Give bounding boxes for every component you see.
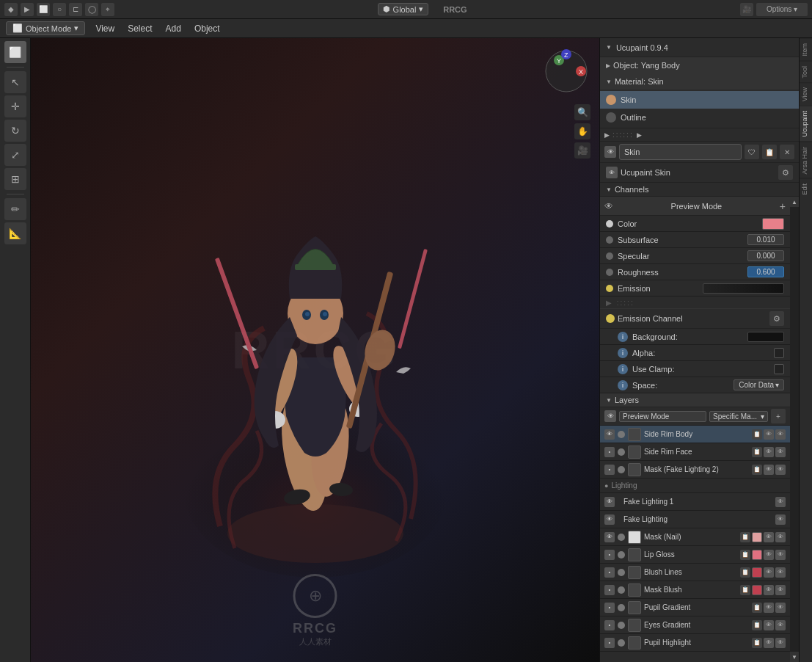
material-row[interactable]: ▼ Material: Skin (600, 73, 799, 90)
eyes-grad-eye-icon[interactable]: 👁 (775, 620, 786, 630)
layer-vis5-icon[interactable]: 👁 (775, 514, 786, 525)
layer-lip-gloss[interactable]: • Lip Gloss 📋 👁 👁 (600, 546, 790, 564)
lip-vis-icon[interactable]: 👁 (764, 550, 774, 560)
workspace-icon[interactable]: ▶ (21, 3, 34, 16)
layer-copy-icon[interactable]: 📋 (752, 429, 762, 440)
emission-channel-header[interactable]: Emission Channel ⚙ (600, 308, 790, 329)
layer-eye3-icon[interactable]: 👁 (775, 447, 786, 457)
layers-add-btn[interactable]: + (771, 409, 786, 423)
render-icon[interactable]: 🎥 (740, 3, 753, 16)
layers-specific-dropdown[interactable]: Specific Ma... ▾ (709, 411, 768, 422)
bg-info-icon[interactable]: i (618, 332, 628, 342)
nail-copy-icon[interactable]: 📋 (740, 532, 750, 542)
global-dropdown[interactable]: ⬢ Global ▾ (378, 3, 429, 15)
roughness-value[interactable]: 0.600 (747, 266, 784, 277)
menu-add[interactable]: Add (163, 22, 184, 35)
layer-eye-eyes-grad[interactable]: • (604, 620, 615, 630)
select-mode-lasso[interactable]: ⊏ (69, 3, 82, 16)
layers-header[interactable]: ▼ Layers (600, 393, 790, 407)
move-tool[interactable]: ✛ (4, 95, 26, 117)
layer-vis4-icon[interactable]: 👁 (775, 497, 786, 507)
clamp-info-icon[interactable]: i (618, 364, 628, 374)
tab-ucupaint[interactable]: Ucupaint (800, 106, 812, 142)
layer-eye-blush[interactable]: • (604, 567, 615, 578)
blender-icon[interactable]: ◆ (4, 3, 18, 16)
options-btn[interactable]: Options ▾ (756, 3, 808, 16)
layer-copy2-icon[interactable]: 📋 (752, 447, 762, 457)
layer-vis3-icon[interactable]: 👁 (764, 465, 774, 475)
layer-eye-mask-blush[interactable]: • (604, 585, 615, 595)
layers-mode-dropdown[interactable]: Preview Mode (619, 411, 706, 422)
layer-blush-lines[interactable]: • Blush Lines 📋 👁 👁 (600, 564, 790, 581)
layer-side-rim-body[interactable]: 👁 Side Rim Body 📋 👁 👁 (600, 426, 790, 443)
layer-mask-fake-lighting-2[interactable]: • Mask (Fake Lighting 2) 📋 👁 👁 (600, 461, 790, 479)
alpha-info-icon[interactable]: i (618, 348, 628, 358)
snap-icon[interactable]: ⌖ (101, 3, 114, 16)
mask-blush-vis-icon[interactable]: 👁 (764, 585, 774, 595)
layer-fake-lighting-1[interactable]: 👁 Fake Lighting 1 👁 (600, 493, 790, 511)
layer-vis2-icon[interactable]: 👁 (764, 447, 774, 457)
ucupaint-eye-icon[interactable]: 👁 (606, 167, 618, 178)
pan-tool[interactable]: ✋ (574, 123, 590, 139)
emission-channel-gear[interactable]: ⚙ (769, 311, 784, 326)
cursor-tool[interactable]: ↖ (4, 71, 26, 93)
space-info-icon[interactable]: i (618, 380, 628, 390)
skin-name-input[interactable] (619, 144, 742, 160)
specular-value[interactable]: 0.000 (747, 250, 784, 261)
layer-mask-nail[interactable]: 👁 Mask (Nail) 📋 👁 👁 (600, 528, 790, 546)
layer-eye-fake1[interactable]: 👁 (604, 497, 615, 507)
skin-copy-icon[interactable]: 📋 (762, 145, 777, 159)
blush-vis-icon[interactable]: 👁 (764, 567, 774, 578)
select-mode-box[interactable]: ⬜ (37, 3, 50, 16)
nail-vis-icon[interactable]: 👁 (764, 532, 774, 542)
transform-tool[interactable]: ⊞ (4, 168, 26, 190)
layer-eyes-gradient[interactable]: • Eyes Gradient 📋 👁 👁 (600, 616, 790, 634)
layer-eye-side-rim-face[interactable]: • (604, 447, 615, 457)
channels-header[interactable]: ▼ Channels (600, 183, 799, 197)
layer-mask-blush[interactable]: • Mask Blush 📋 👁 👁 (600, 581, 790, 599)
select-box-tool[interactable]: ⬜ (4, 41, 26, 63)
layer-eye-fake[interactable]: 👁 (604, 514, 615, 525)
material-skin[interactable]: Skin (600, 91, 799, 109)
menu-view[interactable]: View (92, 22, 117, 35)
layers-eye[interactable]: 👁 (604, 410, 616, 422)
proportional-edit[interactable]: ◯ (85, 3, 98, 16)
skin-eye-icon[interactable]: 👁 (604, 146, 616, 158)
space-value-dropdown[interactable]: Color Data ▾ (734, 379, 784, 390)
layer-eye-pupil-hi[interactable]: • (604, 638, 615, 648)
layer-eye-pupil-grad[interactable]: • (604, 603, 615, 613)
layer-vis-icon[interactable]: 👁 (764, 429, 774, 440)
lip-copy-icon[interactable]: 📋 (740, 550, 750, 560)
pupil-grad-eye-icon[interactable]: 👁 (775, 603, 786, 613)
eyes-grad-vis-icon[interactable]: 👁 (764, 620, 774, 630)
rotate-tool[interactable]: ↻ (4, 120, 26, 142)
color-swatch[interactable] (762, 218, 784, 230)
layer-eye2-icon[interactable]: 👁 (775, 429, 786, 440)
layer-eye4-icon[interactable]: 👁 (775, 465, 786, 475)
subsurface-value[interactable]: 0.010 (747, 234, 784, 245)
layer-copy3-icon[interactable]: 📋 (752, 465, 762, 475)
pupil-grad-vis-icon[interactable]: 👁 (764, 603, 774, 613)
pupil-hi-eye-icon[interactable]: 👁 (775, 638, 786, 648)
mask-blush-copy-icon[interactable]: 📋 (740, 585, 750, 595)
tab-edit[interactable]: Edit (800, 178, 812, 200)
layer-eye-mask-fake[interactable]: • (604, 465, 615, 475)
layer-eye-side-rim-body[interactable]: 👁 (604, 429, 615, 440)
pupil-hi-copy-icon[interactable]: 📋 (752, 638, 762, 648)
eyes-grad-copy-icon[interactable]: 📋 (752, 620, 762, 630)
layer-side-rim-face[interactable]: • Side Rim Face 📋 👁 👁 (600, 443, 790, 461)
select-mode-circle[interactable]: ○ (53, 3, 66, 16)
tab-view[interactable]: View (800, 82, 812, 106)
viewport[interactable]: RRCG (31, 38, 599, 662)
viewport-navigator[interactable]: X Y Z (541, 46, 592, 97)
material-outline[interactable]: Outline (600, 109, 799, 126)
layer-eye-nail[interactable]: 👁 (604, 532, 615, 542)
pupil-grad-copy-icon[interactable]: 📋 (752, 603, 762, 613)
preview-eye-icon[interactable]: 👁 (600, 201, 618, 211)
background-swatch[interactable] (747, 332, 784, 342)
object-row[interactable]: ▶ Object: Yang Body (600, 57, 799, 73)
layer-pupil-highlight[interactable]: • Pupil Highlight 📋 👁 👁 (600, 634, 790, 652)
skin-shield-icon[interactable]: 🛡 (745, 145, 759, 159)
tab-tool[interactable]: Tool (800, 61, 812, 83)
prop-scroll-down[interactable]: ▼ (790, 652, 799, 662)
